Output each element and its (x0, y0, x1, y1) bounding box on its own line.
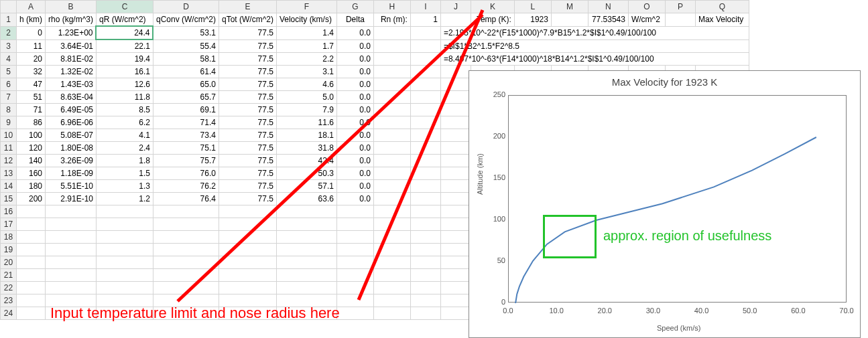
cell[interactable]: 77.5 (219, 116, 276, 129)
cell[interactable]: Velocity (km/s) (276, 13, 336, 27)
cell[interactable] (336, 244, 373, 256)
cell[interactable] (440, 13, 471, 27)
cell[interactable]: h (km) (17, 13, 46, 27)
cell[interactable]: 12.6 (96, 78, 153, 91)
col-header[interactable]: K (471, 1, 514, 13)
cell[interactable]: 71.4 (153, 116, 219, 129)
cell[interactable]: 58.1 (153, 53, 219, 66)
cell[interactable]: qConv (W/cm^2) (153, 13, 219, 27)
cell[interactable] (153, 218, 219, 231)
cell[interactable]: 86 (17, 116, 46, 129)
cell[interactable] (440, 282, 471, 294)
cell[interactable]: 200 (17, 193, 46, 205)
cell[interactable]: 1.8 (96, 155, 153, 167)
cell[interactable] (373, 91, 410, 104)
cell[interactable] (336, 231, 373, 244)
cell[interactable]: 0.0 (336, 167, 373, 180)
row-header[interactable]: 22 (1, 282, 17, 294)
cell[interactable]: 0.0 (336, 53, 373, 66)
corner-cell[interactable] (1, 1, 17, 13)
cell[interactable]: 32 (17, 66, 46, 78)
cell[interactable]: 77.5 (219, 91, 276, 104)
row-header[interactable]: 3 (1, 39, 17, 53)
cell[interactable] (410, 231, 440, 244)
cell[interactable]: qR (W/cm^2) (96, 13, 153, 27)
cell[interactable] (440, 91, 471, 104)
cell[interactable]: 0.0 (336, 104, 373, 116)
cell[interactable] (336, 256, 373, 269)
cell[interactable] (440, 256, 471, 269)
cell[interactable] (373, 193, 410, 205)
cell[interactable]: 5.0 (276, 91, 336, 104)
cell[interactable]: 7.9 (276, 104, 336, 116)
cell[interactable]: 0.0 (336, 142, 373, 155)
row-header[interactable]: 13 (1, 167, 17, 180)
row-header[interactable]: 12 (1, 155, 17, 167)
cell[interactable]: 0.0 (336, 91, 373, 104)
cell[interactable] (410, 294, 440, 307)
cell[interactable] (440, 104, 471, 116)
cell[interactable] (440, 244, 471, 256)
cell[interactable] (410, 78, 440, 91)
cell[interactable]: 16.1 (96, 66, 153, 78)
cell[interactable] (46, 205, 97, 218)
cell[interactable]: rho (kg/m^3) (46, 13, 97, 27)
cell[interactable] (276, 231, 336, 244)
cell[interactable] (17, 307, 46, 320)
cell[interactable]: 2.2 (276, 53, 336, 66)
cell[interactable]: 6.2 (96, 116, 153, 129)
cell[interactable] (96, 282, 153, 294)
cell[interactable] (373, 307, 410, 320)
cell[interactable]: Delta (336, 13, 373, 27)
cell[interactable] (46, 282, 97, 294)
row-header[interactable]: 15 (1, 193, 17, 205)
col-header[interactable]: Q (695, 1, 749, 13)
cell[interactable] (17, 218, 46, 231)
cell[interactable] (276, 205, 336, 218)
cell[interactable] (219, 269, 276, 282)
cell[interactable] (410, 26, 440, 39)
cell[interactable]: 22.1 (96, 39, 153, 53)
cell[interactable] (410, 180, 440, 193)
cell[interactable]: 76.2 (153, 180, 219, 193)
cell[interactable] (410, 244, 440, 256)
col-header[interactable]: A (17, 1, 46, 13)
col-header[interactable]: B (46, 1, 97, 13)
col-header[interactable]: O (628, 1, 665, 13)
col-header[interactable]: G (336, 1, 373, 13)
cell[interactable]: 5.51E-10 (46, 180, 97, 193)
cell[interactable] (153, 282, 219, 294)
row-header[interactable]: 6 (1, 78, 17, 91)
cell[interactable]: 1.18E-09 (46, 167, 97, 180)
cell[interactable] (410, 256, 440, 269)
cell[interactable] (440, 142, 471, 155)
col-header[interactable]: L (514, 1, 551, 13)
col-header[interactable]: I (410, 1, 440, 13)
cell[interactable] (373, 142, 410, 155)
cell[interactable] (440, 307, 471, 320)
cell[interactable]: 1.80E-08 (46, 142, 97, 155)
cell[interactable]: 1.7 (276, 39, 336, 53)
cell[interactable]: 0.0 (336, 193, 373, 205)
cell[interactable] (440, 180, 471, 193)
cell[interactable] (96, 218, 153, 231)
cell[interactable]: 0.0 (336, 155, 373, 167)
cell[interactable]: 11 (17, 39, 46, 53)
cell[interactable]: 0.0 (336, 39, 373, 53)
cell[interactable] (373, 39, 410, 53)
cell[interactable]: 77.53543 (588, 13, 628, 27)
cell[interactable] (153, 231, 219, 244)
cell[interactable]: 55.4 (153, 39, 219, 53)
cell[interactable]: 0.0 (336, 180, 373, 193)
cell[interactable] (373, 53, 410, 66)
cell[interactable]: 160 (17, 167, 46, 180)
cell[interactable]: 0.0 (336, 66, 373, 78)
cell[interactable] (17, 256, 46, 269)
cell[interactable]: 77.5 (219, 193, 276, 205)
cell[interactable] (373, 244, 410, 256)
cell[interactable] (336, 307, 373, 320)
cell[interactable]: =8.497*10^-63*(F14*1000)^18*B14^1.2*$I$1… (440, 53, 749, 66)
row-header[interactable]: 1 (1, 13, 17, 27)
cell[interactable] (440, 269, 471, 282)
row-header[interactable]: 9 (1, 116, 17, 129)
